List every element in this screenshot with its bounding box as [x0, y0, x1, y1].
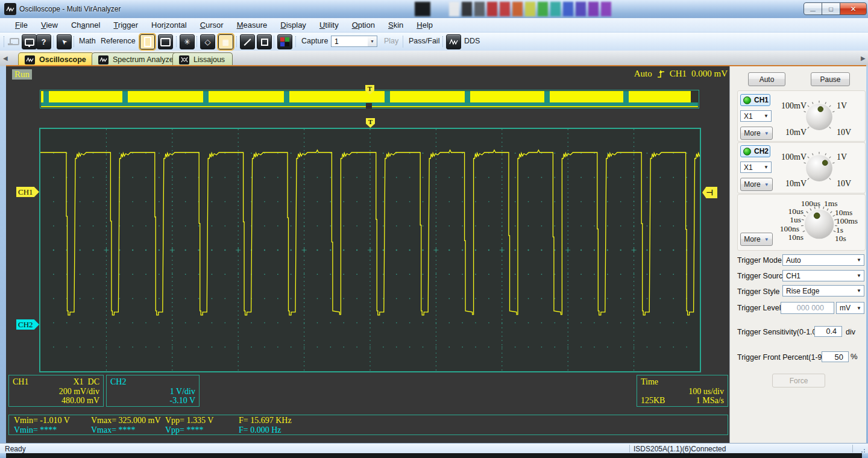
- ch2-more-button[interactable]: More▼: [740, 178, 773, 191]
- full-screen-toggle[interactable]: [158, 34, 173, 49]
- xy-mode-button[interactable]: ◇: [200, 34, 215, 49]
- close-button[interactable]: ✕: [840, 2, 867, 15]
- timebase-knob[interactable]: [800, 205, 838, 245]
- glass-artifact: [449, 2, 459, 16]
- menu-channel[interactable]: Channel: [64, 18, 107, 32]
- tab-oscilloscope[interactable]: Oscilloscope: [18, 52, 94, 66]
- meas-freq-ch2: F= 0.000 Hz: [239, 425, 281, 435]
- ch2-led-icon: [743, 148, 751, 155]
- window-frame-left: [0, 66, 6, 453]
- capture-count-input[interactable]: 1: [331, 36, 368, 47]
- menu-help[interactable]: Help: [410, 18, 439, 32]
- maximize-button[interactable]: □: [822, 2, 840, 15]
- menu-trigger[interactable]: Trigger: [107, 18, 145, 32]
- ch1-more-button[interactable]: More▼: [740, 127, 773, 140]
- ch1-enable-toggle[interactable]: CH1: [740, 94, 770, 106]
- ch1-offset-marker[interactable]: CH1: [16, 187, 39, 197]
- maximize-icon: □: [829, 5, 833, 13]
- menu-measure[interactable]: Measure: [230, 18, 274, 32]
- ch2-knob-label-100mv: 100mV: [770, 152, 807, 162]
- chevron-down-icon: ▼: [857, 273, 864, 278]
- tab-scroll-right-icon[interactable]: ▶: [861, 55, 866, 61]
- force-button[interactable]: Force: [772, 374, 825, 387]
- window-frame-bottom: [0, 453, 868, 458]
- trigger-level-input[interactable]: [781, 302, 834, 314]
- ch2-enable-toggle[interactable]: CH2: [740, 145, 770, 157]
- time-label-10ns: 10ns: [767, 233, 804, 242]
- trigger-front-input[interactable]: [822, 351, 849, 362]
- resize-grip[interactable]: [858, 447, 866, 453]
- tab-scroll-left-icon[interactable]: ◀: [3, 55, 8, 61]
- math-button[interactable]: Math: [77, 34, 98, 48]
- menu-cursor[interactable]: Cursor: [193, 18, 230, 32]
- meas-vmax-ch2: Vmax= ****: [91, 425, 136, 435]
- minimize-button[interactable]: —: [804, 2, 822, 15]
- ch1-knob-label-100mv: 100mV: [770, 101, 807, 111]
- ch1-probe-select[interactable]: X1▼: [740, 110, 772, 122]
- window-title: Oscilloscope - Multi VirAnalyzer: [19, 0, 121, 18]
- title-bar[interactable]: Oscilloscope - Multi VirAnalyzer — □ ✕: [0, 0, 868, 19]
- trigger-mode-label: Trigger Mode: [737, 256, 782, 265]
- trigger-sensitivity-input[interactable]: [814, 326, 842, 337]
- reference-button[interactable]: Reference: [98, 34, 138, 48]
- glass-artifact: [474, 2, 485, 16]
- ch2-offset-marker[interactable]: CH2: [16, 319, 39, 330]
- dds-button[interactable]: [446, 34, 461, 49]
- auto-button[interactable]: Auto: [748, 72, 785, 86]
- run-status-badge: Run: [12, 69, 32, 80]
- help-button[interactable]: ?: [36, 34, 51, 49]
- trigger-style-select[interactable]: Rise Edge▼: [782, 285, 864, 296]
- app-icon: [4, 3, 16, 15]
- tab-lissajous[interactable]: Lissajous: [172, 52, 233, 66]
- ch1-volts-knob[interactable]: [802, 100, 836, 136]
- trigger-mode-select[interactable]: Auto▼: [782, 254, 864, 266]
- trigger-level-marker[interactable]: ⊣: [702, 187, 717, 198]
- tab-spectrum-analyzer[interactable]: Spectrum Analyzer: [92, 52, 184, 66]
- time-more-button[interactable]: More▼: [740, 233, 773, 246]
- fit-screen-button[interactable]: ▦: [218, 34, 233, 49]
- menu-horizontal[interactable]: Horizontal: [145, 18, 193, 32]
- waveform-plot[interactable]: [39, 128, 701, 372]
- ch1-marker-label: CH1: [18, 187, 33, 196]
- trigger-level-unit-select[interactable]: mV▼: [836, 302, 864, 314]
- trigger-position-flag-plot[interactable]: T: [366, 118, 375, 128]
- ch1-probe-value: X1: [744, 112, 753, 121]
- glass-artifact: [601, 2, 611, 16]
- time-info-box: Time 100 us/div 125KB1 MSa/s: [637, 375, 728, 407]
- ch2-volts-knob[interactable]: [802, 151, 836, 187]
- pointer-button[interactable]: ➤: [57, 34, 72, 49]
- dot-draw-button[interactable]: [257, 34, 272, 49]
- display-color-button[interactable]: [277, 34, 292, 49]
- chevron-down-icon: ▼: [764, 182, 769, 187]
- line-draw-button[interactable]: [240, 34, 255, 49]
- overview-trace: [623, 91, 629, 102]
- ch1-offset: 480.00 mV: [13, 396, 99, 406]
- capture-dropdown-arrow[interactable]: ▼: [368, 36, 377, 47]
- autoset-button[interactable]: ✳: [180, 34, 195, 49]
- single-window-toggle[interactable]: [140, 34, 155, 49]
- trigger-style-value: Rise Edge: [786, 287, 819, 295]
- menu-option[interactable]: Option: [345, 18, 382, 32]
- t-glyph: T: [368, 118, 373, 125]
- menu-display[interactable]: Display: [274, 18, 313, 32]
- status-separator: [629, 445, 630, 453]
- ch1-led-icon: [743, 96, 751, 104]
- trigger-source-select[interactable]: CH1▼: [782, 270, 864, 281]
- ch1-name: CH1: [13, 377, 28, 387]
- oscilloscope-tab-icon: [25, 55, 35, 64]
- menu-file[interactable]: File: [8, 18, 34, 32]
- color-grid-icon: [280, 37, 289, 46]
- ch2-probe-select[interactable]: X1▼: [740, 162, 772, 173]
- menu-skin[interactable]: Skin: [382, 18, 410, 32]
- pause-button[interactable]: Pause: [811, 72, 850, 86]
- ch1-more-label: More: [744, 129, 760, 137]
- ch1-knob-label-10v: 10V: [837, 128, 851, 137]
- tab-label: Spectrum Analyzer: [113, 55, 176, 64]
- trigger-sensitivity-unit: div: [846, 328, 855, 336]
- play-button[interactable]: Play: [382, 34, 401, 48]
- menu-view[interactable]: View: [34, 18, 64, 32]
- save-button[interactable]: [22, 34, 37, 49]
- glass-artifact: [462, 2, 472, 16]
- passfail-button[interactable]: Pass/Fail: [406, 34, 442, 48]
- menu-utility[interactable]: Utility: [313, 18, 345, 32]
